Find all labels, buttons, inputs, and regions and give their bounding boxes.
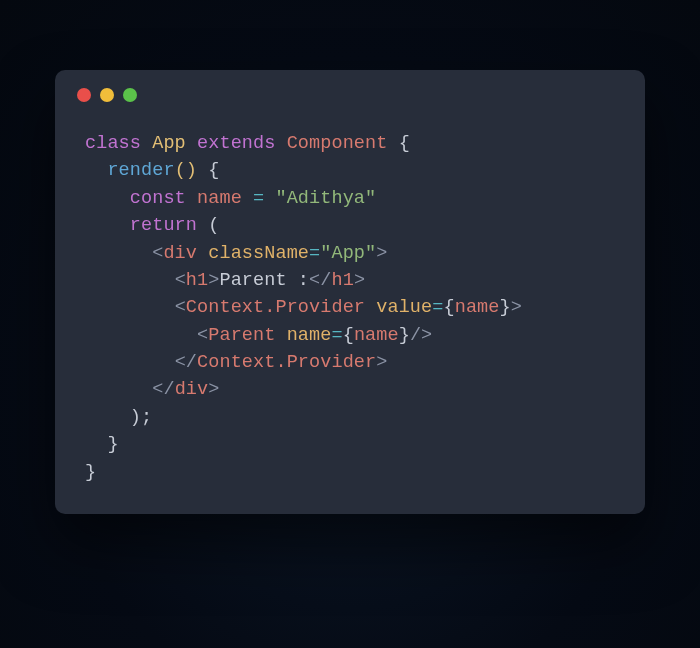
attr-name: name (287, 325, 332, 346)
kw-const: const (130, 188, 186, 209)
brace-close: } (85, 462, 96, 483)
tag-div: div (163, 243, 197, 264)
method-render: render (107, 160, 174, 181)
code-block: class App extends Component { render() {… (55, 108, 645, 486)
attr-value: value (376, 297, 432, 318)
h1-text: Parent : (219, 270, 309, 291)
tag-parent: Parent (208, 325, 275, 346)
var-name: name (197, 188, 242, 209)
attr-classname: className (208, 243, 309, 264)
close-dot-icon[interactable] (77, 88, 91, 102)
string-literal: "Adithya" (275, 188, 376, 209)
attr-classname-value: "App" (320, 243, 376, 264)
kw-class: class (85, 133, 141, 154)
minimize-dot-icon[interactable] (100, 88, 114, 102)
assign-equals: = (253, 188, 264, 209)
tag-h1: h1 (186, 270, 208, 291)
window-titlebar (55, 70, 645, 108)
stage: class App extends Component { render() {… (0, 0, 700, 648)
zoom-dot-icon[interactable] (123, 88, 137, 102)
kw-return: return (130, 215, 197, 236)
code-window: class App extends Component { render() {… (55, 70, 645, 514)
tag-context-provider: Context.Provider (186, 297, 365, 318)
brace-open: { (399, 133, 410, 154)
kw-extends: extends (197, 133, 275, 154)
render-parens: () (175, 160, 197, 181)
superclass-name: Component (287, 133, 388, 154)
class-name: App (152, 133, 186, 154)
